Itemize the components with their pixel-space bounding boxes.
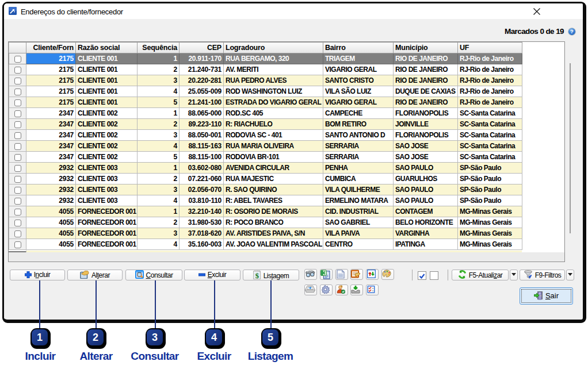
svg-text:$: $ [255, 272, 258, 279]
svg-text:?: ? [570, 28, 574, 34]
